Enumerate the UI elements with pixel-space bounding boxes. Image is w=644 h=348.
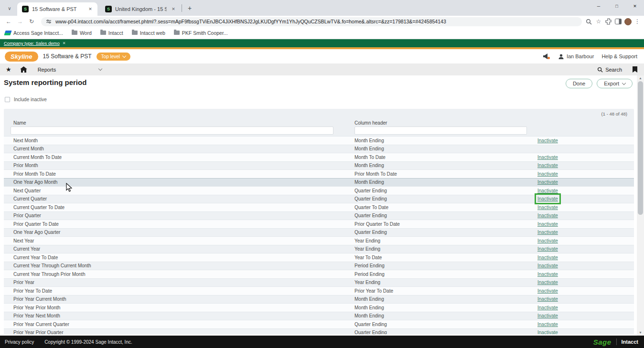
site-settings-icon[interactable] xyxy=(46,19,52,24)
inactivate-link[interactable]: Inactivate xyxy=(537,155,558,160)
table-row[interactable]: Prior Month To Date Prior Month To Date … xyxy=(4,169,634,178)
announcements-button[interactable] xyxy=(543,53,550,60)
tab-inactive[interactable]: S United Kingdom - 15 Software ✕ xyxy=(100,2,181,16)
bookmark-folder-pkf[interactable]: PKF Smith Cooper... xyxy=(174,30,228,36)
privacy-policy-link[interactable]: Privacy policy xyxy=(5,339,34,345)
inactivate-link[interactable]: Inactivate xyxy=(537,272,558,277)
inactivate-link[interactable]: Inactivate xyxy=(537,280,558,285)
column-header-filter-input[interactable] xyxy=(354,127,527,135)
company-type-bar: Company type: Sales demo ✕ xyxy=(0,39,644,47)
table-row[interactable]: Prior Year Prior Month Month Ending Inac… xyxy=(4,303,634,312)
table-row[interactable]: Prior Quarter To Date Prior Quarter To D… xyxy=(4,220,634,228)
vertical-scrollbar[interactable]: ▲ ▼ xyxy=(637,75,644,336)
inactivate-link[interactable]: Inactivate xyxy=(537,313,558,318)
close-icon[interactable]: ✕ xyxy=(63,41,66,45)
row-name: Current Year xyxy=(13,246,354,252)
inactivate-link[interactable]: Inactivate xyxy=(537,138,558,143)
tab-close-icon[interactable]: ✕ xyxy=(170,6,177,12)
table-row[interactable]: Prior Year Year Ending Inactivate xyxy=(4,278,634,287)
address-bar[interactable]: www-p04.intacct.com/ia/acct/frameset.pht… xyxy=(41,17,582,26)
table-row[interactable]: One Year Ago Quarter Quarter Ending Inac… xyxy=(4,228,634,237)
side-panel-icon[interactable] xyxy=(615,19,622,24)
bookmark-folder-intacct-web[interactable]: Intacct web xyxy=(132,30,165,36)
reports-menu[interactable]: Reports xyxy=(27,67,102,73)
table-row[interactable]: Prior Year Current Quarter Quarter Endin… xyxy=(4,320,634,328)
search-button[interactable]: Search xyxy=(597,67,622,73)
bookmark-star-icon[interactable]: ☆ xyxy=(595,18,602,25)
inactivate-link[interactable]: Inactivate xyxy=(537,179,558,185)
reload-icon[interactable]: ↻ xyxy=(26,18,37,25)
scrollbar-thumb[interactable] xyxy=(638,81,643,215)
inactivate-link[interactable]: Inactivate xyxy=(537,305,558,310)
inactivate-link[interactable]: Inactivate xyxy=(537,255,558,260)
skyline-logo[interactable]: Skyline xyxy=(5,52,38,62)
table-row[interactable]: Next Quarter Quarter Ending Inactivate xyxy=(4,186,634,195)
table-row[interactable]: Current Year Through Prior Month Period … xyxy=(4,270,634,278)
profile-avatar[interactable] xyxy=(624,18,632,25)
new-tab-button[interactable]: + xyxy=(184,2,195,14)
table-row[interactable]: Current Year Through Current Month Perio… xyxy=(4,262,634,270)
chrome-menu-icon[interactable]: ⋮ xyxy=(634,18,640,25)
back-icon[interactable]: ← xyxy=(3,18,14,25)
table-row[interactable]: Prior Year Current Month Month Ending In… xyxy=(4,295,634,304)
bookmark-access-sage[interactable]: Access Sage Intacct... xyxy=(5,30,63,36)
bookmark-folder-word[interactable]: Word xyxy=(72,30,92,36)
tab-close-icon[interactable]: ✕ xyxy=(87,6,94,12)
favorites-star-icon[interactable]: ★ xyxy=(6,66,11,73)
sage-favicon: S xyxy=(105,6,112,12)
inactivate-link[interactable]: Inactivate xyxy=(537,188,558,193)
table-row[interactable]: Prior Year Next Month Month Ending Inact… xyxy=(4,312,634,320)
inactivate-link[interactable]: Inactivate xyxy=(537,263,558,268)
inactivate-link[interactable]: Inactivate xyxy=(537,330,558,334)
table-row[interactable]: Prior Year To Date Prior Year To Date In… xyxy=(4,286,634,295)
top-level-label: Top level xyxy=(101,54,120,59)
tab-title: 15 Software & PST xyxy=(32,6,84,12)
table-row[interactable]: One Year Ago Month Month Ending Inactiva… xyxy=(4,178,634,187)
inactivate-link[interactable]: Inactivate xyxy=(537,246,558,252)
scroll-down-icon[interactable]: ▼ xyxy=(637,330,644,336)
name-filter-input[interactable] xyxy=(11,127,333,135)
inactivate-link[interactable]: Inactivate xyxy=(537,171,558,177)
window-minimize-button[interactable]: ─ xyxy=(590,0,608,12)
table-row[interactable]: Current Year To Date Year To Date Inacti… xyxy=(4,253,634,262)
table-row[interactable]: Next Month Month Ending Inactivate xyxy=(4,136,634,145)
table-row[interactable]: Next Year Year Ending Inactivate xyxy=(4,236,634,245)
inactivate-link[interactable]: Inactivate xyxy=(537,205,558,210)
user-menu[interactable]: Ian Barbour xyxy=(558,53,594,60)
inactivate-link[interactable]: Inactivate xyxy=(537,238,558,243)
scroll-up-icon[interactable]: ▲ xyxy=(637,75,644,81)
inactivate-link[interactable]: Inactivate xyxy=(537,196,558,201)
table-row[interactable]: Current Quarter To Date Quarter To Date … xyxy=(4,203,634,211)
home-icon[interactable] xyxy=(20,66,27,73)
tab-search-icon[interactable]: ∨ xyxy=(3,2,16,14)
inactivate-link[interactable]: Inactivate xyxy=(537,163,558,168)
inactivate-link[interactable]: Inactivate xyxy=(537,213,558,218)
bookmark-icon[interactable] xyxy=(633,66,637,73)
forward-icon[interactable]: → xyxy=(14,18,26,25)
row-name: Prior Quarter xyxy=(13,213,354,218)
inactivate-link[interactable]: Inactivate xyxy=(537,230,558,235)
table-row[interactable]: Prior Month Month Ending Inactivate xyxy=(4,161,634,170)
search-icon[interactable] xyxy=(586,19,592,25)
company-type-link[interactable]: Company type: Sales demo xyxy=(4,41,60,46)
extensions-icon[interactable] xyxy=(605,18,612,25)
table-row[interactable]: Prior Year Prior Quarter Quarter Ending … xyxy=(4,328,634,335)
help-support-link[interactable]: Help & Support xyxy=(601,53,637,59)
table-row[interactable]: Prior Quarter Quarter Ending Inactivate xyxy=(4,211,634,220)
inactivate-link[interactable]: Inactivate xyxy=(537,322,558,327)
done-button[interactable]: Done xyxy=(566,79,592,88)
window-close-button[interactable]: ✕ xyxy=(626,0,644,12)
window-maximize-button[interactable]: □ xyxy=(608,0,626,12)
include-inactive-checkbox[interactable] xyxy=(5,97,10,102)
table-row[interactable]: Current Quarter Quarter Ending Inactivat… xyxy=(4,195,634,203)
inactivate-link[interactable]: Inactivate xyxy=(537,221,558,227)
top-level-selector[interactable]: Top level xyxy=(97,53,130,61)
table-row[interactable]: Current Month Month Ending xyxy=(4,145,634,153)
table-row[interactable]: Current Year Year Ending Inactivate xyxy=(4,245,634,253)
bookmark-folder-intacct[interactable]: Intacct xyxy=(100,30,123,36)
inactivate-link[interactable]: Inactivate xyxy=(537,296,558,302)
tab-active[interactable]: S 15 Software & PST ✕ xyxy=(17,2,97,16)
table-row[interactable]: Current Month To Date Month To Date Inac… xyxy=(4,153,634,161)
inactivate-link[interactable]: Inactivate xyxy=(537,288,558,294)
export-button[interactable]: Export xyxy=(597,79,633,88)
